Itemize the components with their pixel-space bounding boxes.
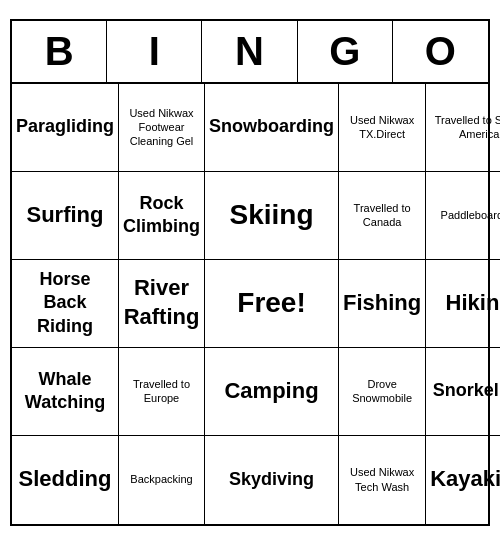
bingo-cell: Travelled to Canada	[339, 172, 426, 260]
cell-label: Kayaking	[430, 465, 500, 494]
bingo-cell: Whale Watching	[12, 348, 119, 436]
cell-label: Free!	[237, 285, 305, 321]
cell-label: Sledding	[19, 465, 112, 494]
bingo-grid: ParaglidingUsed Nikwax Footwear Cleaning…	[12, 84, 488, 524]
cell-label: Camping	[224, 377, 318, 406]
cell-label: Drove Snowmobile	[343, 377, 421, 406]
bingo-cell: Snowboarding	[205, 84, 339, 172]
header-letter: G	[298, 21, 393, 82]
cell-label: Travelled to Canada	[343, 201, 421, 230]
bingo-cell: Travelled to South America	[426, 84, 500, 172]
bingo-cell: Skiing	[205, 172, 339, 260]
cell-label: Skydiving	[229, 468, 314, 491]
cell-label: Surfing	[27, 201, 104, 230]
bingo-cell: Snorkeling	[426, 348, 500, 436]
bingo-card: BINGO ParaglidingUsed Nikwax Footwear Cl…	[10, 19, 490, 526]
cell-label: Paragliding	[16, 115, 114, 138]
bingo-cell: Used Nikwax Footwear Cleaning Gel	[119, 84, 205, 172]
bingo-cell: River Rafting	[119, 260, 205, 348]
cell-label: Snowboarding	[209, 115, 334, 138]
bingo-cell: Paragliding	[12, 84, 119, 172]
header-letter: I	[107, 21, 202, 82]
cell-label: Skiing	[230, 197, 314, 233]
cell-label: Horse Back Riding	[16, 268, 114, 338]
bingo-cell: Drove Snowmobile	[339, 348, 426, 436]
cell-label: Snorkeling	[433, 379, 500, 402]
bingo-cell: Used Nikwax TX.Direct	[339, 84, 426, 172]
cell-label: Fishing	[343, 289, 421, 318]
bingo-cell: Backpacking	[119, 436, 205, 524]
cell-label: Hiking	[446, 289, 500, 318]
bingo-cell: Free!	[205, 260, 339, 348]
bingo-cell: Paddleboarding	[426, 172, 500, 260]
cell-label: Paddleboarding	[441, 208, 500, 222]
bingo-cell: Skydiving	[205, 436, 339, 524]
bingo-cell: Camping	[205, 348, 339, 436]
bingo-cell: Travelled to Europe	[119, 348, 205, 436]
bingo-cell: Rock Climbing	[119, 172, 205, 260]
bingo-cell: Sledding	[12, 436, 119, 524]
bingo-cell: Kayaking	[426, 436, 500, 524]
header-letter: N	[202, 21, 297, 82]
header-letter: B	[12, 21, 107, 82]
bingo-cell: Hiking	[426, 260, 500, 348]
cell-label: Used Nikwax Tech Wash	[343, 465, 421, 494]
bingo-cell: Horse Back Riding	[12, 260, 119, 348]
cell-label: Rock Climbing	[123, 192, 200, 239]
cell-label: River Rafting	[123, 274, 200, 331]
bingo-header: BINGO	[12, 21, 488, 84]
cell-label: Travelled to South America	[430, 113, 500, 142]
cell-label: Used Nikwax TX.Direct	[343, 113, 421, 142]
cell-label: Backpacking	[130, 472, 192, 486]
cell-label: Whale Watching	[16, 368, 114, 415]
cell-label: Travelled to Europe	[123, 377, 200, 406]
bingo-cell: Used Nikwax Tech Wash	[339, 436, 426, 524]
bingo-cell: Fishing	[339, 260, 426, 348]
cell-label: Used Nikwax Footwear Cleaning Gel	[123, 106, 200, 149]
bingo-cell: Surfing	[12, 172, 119, 260]
header-letter: O	[393, 21, 488, 82]
